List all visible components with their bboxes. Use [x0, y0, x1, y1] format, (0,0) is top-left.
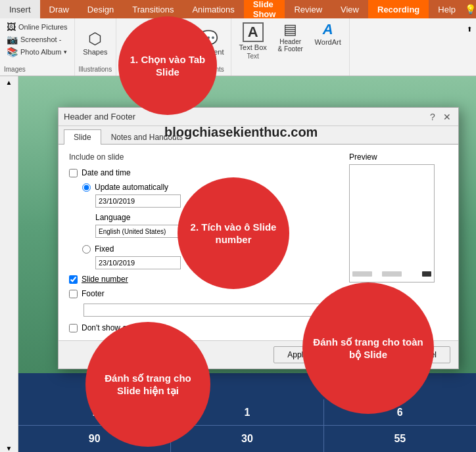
footer-label: Footer: [82, 289, 105, 298]
screenshot-icon: 📷: [7, 34, 18, 45]
shapes-icon: ⬡: [88, 31, 102, 47]
include-on-slide-label: Include on slide: [69, 152, 349, 162]
preview-box: [349, 164, 435, 282]
group-text-label: Text: [247, 53, 259, 61]
tab-slide[interactable]: Slide: [64, 129, 101, 145]
screenshot-btn[interactable]: 📷 Screenshot -: [4, 34, 70, 45]
tab-slideshow[interactable]: Slide Show: [244, 0, 285, 18]
annotation-bubble-1: 1. Chọn vào Tab Slide: [118, 16, 217, 115]
tab-review[interactable]: Review: [285, 0, 331, 18]
online-pictures-icon: 🖼: [7, 22, 16, 32]
group-images: 🖼 Online Pictures 📷 Screenshot - 📚 Photo…: [0, 18, 75, 76]
tab-help[interactable]: Help: [429, 0, 465, 18]
tab-draw[interactable]: Draw: [40, 0, 78, 18]
sidebar-scroll-down[interactable]: ▼: [6, 445, 12, 452]
blog-domain-text: blogchiasekienthuc.com: [164, 125, 318, 140]
tab-recording[interactable]: Recording: [368, 0, 429, 18]
photo-album-icon: 📚: [7, 47, 18, 57]
dialog-close-btn[interactable]: ✕: [441, 111, 453, 123]
header-footer-btn[interactable]: ▤ Header& Footer: [275, 21, 305, 54]
online-pictures-btn[interactable]: 🖼 Online Pictures: [4, 21, 70, 33]
tab-animations[interactable]: Animations: [183, 0, 243, 18]
slide-sidebar: ▲ ▼: [0, 76, 18, 452]
dialog-help-btn[interactable]: ?: [427, 111, 439, 123]
fixed-radio[interactable]: [82, 245, 91, 254]
ribbon-toolbar: 🖼 Online Pictures 📷 Screenshot - 📚 Photo…: [0, 18, 476, 76]
photo-album-btn[interactable]: 📚 Photo Album ▾: [4, 46, 70, 58]
tab-insert[interactable]: Insert: [0, 0, 40, 18]
dont-show-checkbox[interactable]: [69, 324, 78, 332]
preview-date-indicator: [352, 271, 372, 277]
date-time-checkbox[interactable]: [69, 169, 78, 177]
cell-30: 30: [171, 426, 323, 452]
collapse-ribbon-icon[interactable]: ⬆: [467, 26, 472, 33]
fixed-input[interactable]: [95, 256, 181, 269]
group-text: A Text Box Text ▤ Header& Footer A WordA…: [231, 18, 350, 76]
date-value-input[interactable]: [95, 194, 181, 208]
update-auto-label: Update automatically: [95, 183, 168, 192]
textbox-icon: A: [243, 22, 264, 42]
bottom-data-table: 7 1 6 90 30 55: [18, 399, 476, 452]
fixed-label: Fixed: [95, 244, 114, 254]
preview-label: Preview: [349, 152, 448, 162]
textbox-btn[interactable]: A Text Box: [237, 21, 270, 53]
header-footer-icon: ▤: [283, 22, 297, 37]
tab-transitions[interactable]: Transitions: [123, 0, 183, 18]
group-images-label: Images: [4, 66, 26, 74]
footer-row: Footer: [69, 289, 349, 298]
update-auto-radio[interactable]: [82, 183, 91, 192]
wordart-icon: A: [323, 22, 333, 37]
shapes-btn[interactable]: ⬡ Shapes: [80, 30, 110, 57]
sidebar-scroll-up[interactable]: ▲: [6, 79, 12, 86]
group-illustrations-label: Illustrations: [79, 66, 112, 74]
cell-55: 55: [324, 426, 476, 452]
dialog-titlebar: Header and Footer ? ✕: [59, 108, 458, 126]
annotation-bubble-4: Đánh số trang cho Slide hiện tại: [85, 322, 210, 447]
footer-checkbox[interactable]: [69, 290, 78, 298]
tab-design[interactable]: Design: [78, 0, 123, 18]
dialog-title: Header and Footer: [64, 112, 424, 122]
preview-number-active: [422, 271, 431, 277]
preview-footer-indicator: [382, 271, 402, 277]
footer-input[interactable]: [83, 304, 333, 317]
date-time-row: Date and time: [69, 168, 349, 177]
slide-number-checkbox[interactable]: [69, 275, 78, 284]
slide-number-label: Slide number: [82, 275, 128, 284]
annotation-bubble-2: 2. Tích vào ô Slide number: [178, 177, 289, 289]
tab-view[interactable]: View: [331, 0, 368, 18]
annotation-bubble-3: Đánh số trang cho toàn bộ Slide: [302, 282, 434, 414]
ribbon-tab-bar: Insert Draw Design Transitions Animation…: [0, 0, 476, 18]
footer-input-row: [69, 304, 349, 317]
group-illustrations: ⬡ Shapes Illustrations: [75, 18, 117, 76]
date-time-label: Date and time: [82, 168, 131, 177]
wordart-btn[interactable]: A WordArt: [312, 21, 344, 47]
table-row-1: 7 1 6: [18, 399, 476, 426]
table-row-2: 90 30 55: [18, 426, 476, 452]
language-label: Language: [95, 213, 130, 222]
